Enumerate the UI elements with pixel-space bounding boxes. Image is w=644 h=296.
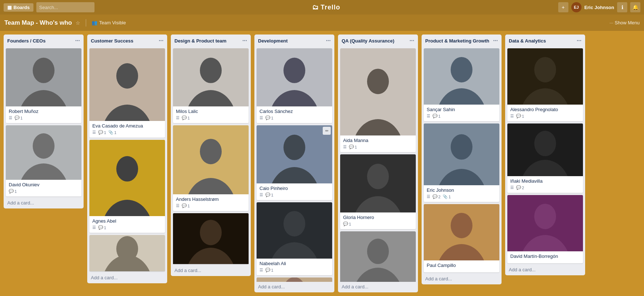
comment-icon: 💬 <box>265 115 270 120</box>
card[interactable]: Robert Muñoz ☰💬 1 <box>6 48 81 123</box>
card-content: Iñaki Mediavilla ☰💬 2 <box>507 176 583 193</box>
card[interactable] <box>89 235 165 271</box>
svg-point-22 <box>200 220 222 245</box>
comment-badge: 💬 2 <box>516 185 524 190</box>
svg-point-37 <box>367 69 389 94</box>
comment-icon: 💬 <box>182 115 187 120</box>
comment-icon: 💬 <box>9 189 14 194</box>
card-photo <box>173 48 249 106</box>
card-badges: ☰💬 1 <box>259 268 329 272</box>
card-photo <box>507 195 583 251</box>
card[interactable]: Aida Manna ☰💬 1 <box>340 48 416 152</box>
card[interactable]: Paul Campillo <box>424 204 499 272</box>
boards-button[interactable]: ▦ Boards <box>4 3 33 12</box>
add-button[interactable]: + <box>558 2 568 12</box>
card-photo <box>257 202 332 259</box>
desc-icon: ☰ <box>259 115 263 120</box>
desc-badge: ☰ <box>92 130 96 135</box>
list-menu-icon[interactable]: ··· <box>159 37 164 44</box>
add-card-button[interactable]: Add a card... <box>505 265 585 275</box>
list-header-design: Design & Product team ··· <box>171 35 251 47</box>
add-card-button[interactable]: Add a card... <box>422 274 502 284</box>
card[interactable]: Iñaki Mediavilla ☰💬 2 <box>507 123 583 193</box>
desc-badge: ☰ <box>176 115 180 120</box>
user-avatar-button[interactable]: EJ <box>571 2 581 12</box>
card-photo <box>6 125 81 180</box>
comment-icon: 💬 <box>182 203 187 208</box>
card-content: Nabeelah Ali ☰💬 1 <box>257 259 332 275</box>
card[interactable]: ✏ Caio Pinheiro ☰💬 1 <box>257 125 332 200</box>
desc-icon: ☰ <box>176 203 180 208</box>
notification-button[interactable]: 🔔 <box>630 2 640 12</box>
list-header-marketing: Product & Marketing Growth ··· <box>422 35 502 47</box>
list-header-qa: QA (Quality Assurance) ··· <box>338 35 418 47</box>
card[interactable]: Gloria Hornero 💬 1 <box>340 154 416 229</box>
list-title: QA (Quality Assurance) <box>342 38 394 44</box>
svg-point-28 <box>283 135 305 160</box>
list-menu-icon[interactable]: ··· <box>326 37 331 44</box>
card-photo <box>340 231 416 282</box>
card[interactable]: David Okuniev 💬 1 <box>6 125 81 196</box>
card[interactable]: Raquel Garcia <box>340 231 416 282</box>
add-card-button[interactable]: Add a card... <box>254 282 334 292</box>
card[interactable] <box>173 213 249 264</box>
comment-badge: 💬 1 <box>9 189 17 194</box>
info-button[interactable]: ℹ <box>617 2 627 12</box>
card-photo <box>424 48 499 105</box>
card[interactable]: Agnes Abel ☰💬 1 <box>89 140 165 233</box>
list-menu-icon[interactable]: ··· <box>75 37 80 44</box>
card-content: Robert Muñoz ☰💬 1 <box>6 106 81 123</box>
card[interactable]: Alessandro Pregnolato ☰💬 1 <box>507 48 583 121</box>
team-visibility: Team Visible <box>99 20 126 25</box>
list-menu-icon[interactable]: ··· <box>242 37 247 44</box>
boards-label: Boards <box>13 5 30 10</box>
list-title: Development <box>258 38 288 44</box>
list-menu-icon[interactable]: ··· <box>493 37 498 44</box>
svg-point-19 <box>200 139 222 164</box>
list-menu-icon[interactable]: ··· <box>577 37 581 44</box>
svg-point-40 <box>367 164 389 189</box>
topbar-logo-text: Trello <box>321 4 340 11</box>
desc-badge: ☰ <box>259 115 263 120</box>
add-card-button[interactable]: Add a card... <box>171 265 251 276</box>
card-content: Caio Pinheiro ☰💬 1 <box>257 183 332 200</box>
star-icon[interactable]: ☆ <box>76 20 80 26</box>
card[interactable]: Milos Lalic ☰💬 1 <box>173 48 249 123</box>
board-header: Team Map - Who's who ☆ 👥 Team Visible ··… <box>0 15 644 31</box>
list-marketing: Product & Marketing Growth ··· Sançar Sa… <box>422 35 502 284</box>
comment-icon: 💬 <box>265 192 270 197</box>
desc-icon: ☰ <box>176 115 180 120</box>
card[interactable]: Eva Casado de Amezua ☰💬 1📎 1 <box>89 48 165 138</box>
card[interactable]: Sançar Sahin ☰💬 1 <box>424 48 499 121</box>
list-customer: Customer Success ··· Eva Casado de Amezu… <box>87 35 167 283</box>
desc-icon: ☰ <box>343 145 347 149</box>
card[interactable]: Eric Johnson ☰💬 2📎 1 <box>424 123 499 202</box>
show-menu[interactable]: ··· Show Menu <box>609 20 640 25</box>
card-name: Nabeelah Ali <box>259 261 329 266</box>
add-card-button[interactable]: Add a card... <box>338 282 418 292</box>
comment-badge: 💬 1 <box>265 192 273 197</box>
add-card-button[interactable]: Add a card... <box>87 273 167 283</box>
edit-icon[interactable]: ✏ <box>323 127 331 135</box>
card[interactable]: David Martín-Borregón <box>507 195 583 263</box>
desc-badge: ☰ <box>427 194 430 199</box>
card[interactable]: Anders Hasselstrøm ☰💬 1 <box>173 125 249 211</box>
search-input[interactable] <box>36 2 94 12</box>
card-content: Anders Hasselstrøm ☰💬 1 <box>173 194 249 211</box>
list-menu-icon[interactable]: ··· <box>410 37 414 44</box>
card[interactable]: Carlos Sánchez ☰💬 1 <box>257 48 332 123</box>
header-divider <box>86 19 86 27</box>
list-founders: Founders / CEOs ··· Robert Muñoz ☰💬 1 Da… <box>4 35 84 208</box>
team-icon: 👥 <box>92 20 97 25</box>
desc-badge: ☰ <box>92 225 96 230</box>
desc-icon: ☰ <box>510 185 514 190</box>
list-header-development: Development ··· <box>254 35 334 47</box>
desc-icon: ☰ <box>92 130 96 135</box>
card[interactable] <box>257 277 332 282</box>
svg-point-58 <box>534 131 556 156</box>
card-badges: ☰💬 1 <box>259 115 329 120</box>
list-development: Development ··· Carlos Sánchez ☰💬 1 ✏ Ca… <box>254 35 334 292</box>
list-header-analytics: Data & Analytics ··· <box>505 35 585 47</box>
card[interactable]: Nabeelah Ali ☰💬 1 <box>257 202 332 275</box>
add-card-button[interactable]: Add a card... <box>4 198 84 208</box>
